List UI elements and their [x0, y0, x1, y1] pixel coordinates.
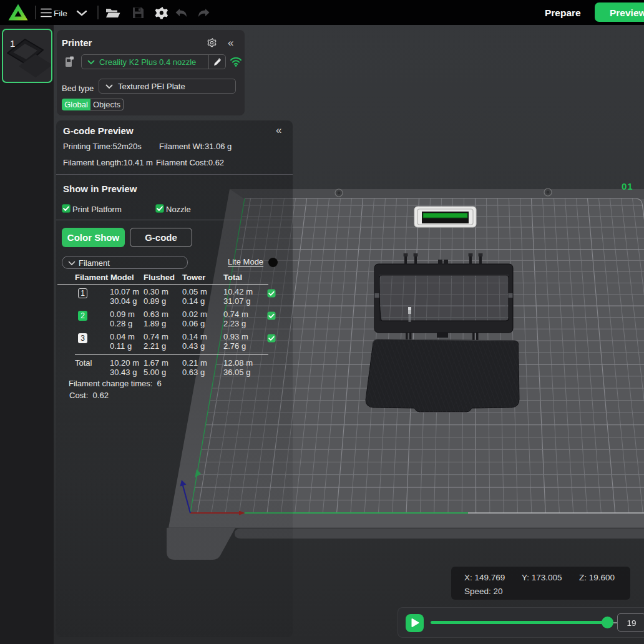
- svg-text:1: 1: [10, 38, 15, 49]
- svg-text:Preview: Preview: [610, 7, 644, 18]
- svg-text:File: File: [54, 9, 67, 18]
- svg-text:01: 01: [622, 181, 633, 192]
- svg-text:Prepare: Prepare: [545, 7, 581, 18]
